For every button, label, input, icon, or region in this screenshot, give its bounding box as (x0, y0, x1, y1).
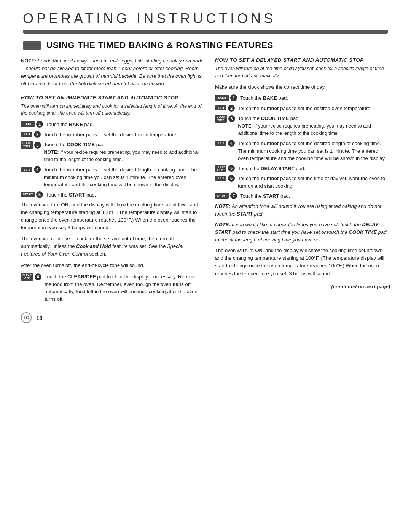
right-step-1: BAKE 1 Touch the BAKE pad. (215, 94, 390, 102)
section-heading-bar-icon (23, 41, 41, 50)
clear-off-key-icon: CLEAROff (21, 273, 33, 281)
start-key-icon: START (21, 192, 35, 198)
right-step-num-4: 4 (228, 140, 235, 147)
page-title: Operating Instructions (23, 11, 388, 27)
right-start-bold: START (263, 193, 279, 199)
right-step-4-key: 1 2 3 4 (215, 140, 235, 147)
right-column: How to Set a Delayed Start and Automatic… (215, 57, 390, 305)
bake-bold: BAKE (69, 121, 83, 127)
intro-note: NOTE: Foods that spoil easily—such as mi… (21, 57, 204, 88)
step-6-text: Touch the CLEAR/OFF pad to clear the dis… (45, 273, 204, 303)
right-step-7-key: START 7 (215, 192, 237, 199)
step-1-text: Touch the BAKE pad. (46, 121, 204, 128)
section-heading: Using the Timed Baking & Roasting Featur… (23, 40, 388, 50)
step-item-1: BAKE 1 Touch the BAKE pad. (21, 121, 204, 128)
step-4-text: Touch the number pads to set the desired… (44, 166, 204, 189)
right-step-num-1: 1 (230, 94, 237, 101)
body-para-1: The oven will turn ON, and the display w… (21, 201, 204, 232)
step-6-key: CLEAROff 6 (21, 273, 41, 281)
right-step-6: 1 2 3 6 Touch the number pads to set the… (215, 175, 390, 190)
right-note-2-text: If you would like to check the times you… (215, 222, 386, 243)
right-step-num-3: 3 (228, 115, 235, 122)
right-note-label-1: NOTE: (215, 203, 230, 209)
right-step-num-2: 2 (228, 105, 235, 112)
step-num-2: 2 (34, 131, 41, 138)
step-num-3: 3 (34, 142, 41, 149)
bake-key-icon: BAKE (21, 121, 35, 127)
right-bake-bold: BAKE (263, 95, 277, 101)
page-number: 18 (36, 315, 43, 321)
right-step-5-key: DELAYSTART 5 (215, 165, 235, 172)
on-bold-1: ON (61, 202, 69, 208)
continued-text: (continued on next page) (215, 284, 390, 289)
step-list-6: CLEAROff 6 Touch the CLEAR/OFF pad to cl… (21, 273, 204, 303)
right-note-label-2: NOTE: (215, 222, 230, 227)
right-step-6-key: 1 2 3 6 (215, 175, 235, 182)
note-label: NOTE: (21, 58, 36, 64)
step-2-text: Touch the number pads to set the desired… (44, 131, 204, 139)
cook-hold-bold: Cook and Hold (76, 243, 111, 249)
immediate-steps-1-3: BAKE 1 Touch the BAKE pad. 1 2 3 2 Touch… (21, 121, 204, 198)
right-step-3-text: Touch the COOK TIME pad. NOTE: If your r… (238, 115, 390, 137)
page-header: Operating Instructions (0, 0, 411, 34)
cook-time-key-icon: COOKTIME (21, 141, 33, 149)
main-content: NOTE: Foods that spoil easily—such as mi… (0, 57, 411, 305)
numbers-key-icon-4: 1 2 3 (21, 167, 32, 172)
right-number-bold-2: number (261, 105, 279, 111)
right-note-label-3: NOTE: (238, 123, 253, 129)
right-step-3: COOKTIME 3 Touch the COOK TIME pad. NOTE… (215, 115, 390, 137)
body-para-3: After the oven turns off, the end-of-cyc… (21, 262, 204, 269)
right-step-5-text: Touch the DELAY START pad. (238, 165, 390, 173)
right-body-para: The oven will turn ON, and the display w… (215, 247, 390, 278)
right-note-1-text: An attention tone will sound if you are … (215, 203, 381, 217)
right-cook-time-bold: COOK TIME (261, 115, 289, 121)
step-1-key: BAKE 1 (21, 121, 43, 128)
clear-off-bold: CLEAR/OFF (67, 274, 96, 280)
right-numbers-key-6: 1 2 3 (215, 176, 226, 181)
note-label-3: NOTE: (44, 150, 59, 155)
right-start-key-icon: START (215, 193, 229, 199)
step-item-3: COOKTIME 3 Touch the COOK TIME pad. NOTE… (21, 141, 204, 163)
right-step-2-key: 1 2 3 2 (215, 105, 235, 112)
right-step-4: 1 2 3 4 Touch the number pads to set the… (215, 140, 390, 162)
header-bar (23, 30, 388, 34)
right-step-3-key: COOKTIME 3 (215, 115, 235, 123)
right-step-3-note: NOTE: If your recipe requires preheating… (238, 123, 371, 136)
step-item-6: CLEAROff 6 Touch the CLEAR/OFF pad to cl… (21, 273, 204, 303)
step-4-key: 1 2 3 4 (21, 166, 41, 173)
step-3-text: Touch the COOK TIME pad. NOTE: If your r… (44, 141, 204, 163)
left-column: NOTE: Foods that spoil easily—such as mi… (21, 57, 204, 305)
right-numbers-key-2: 1 2 3 (215, 105, 226, 110)
right-step-1-key: BAKE 1 (215, 94, 237, 101)
right-bake-key-icon: BAKE (215, 95, 229, 101)
step-item-4: 1 2 3 4 Touch the number pads to set the… (21, 166, 204, 189)
page-footer: LG 18 (0, 305, 411, 327)
delay-start-key-icon: DELAYSTART (215, 165, 226, 172)
body-para-2: The oven will continue to cook for the s… (21, 235, 204, 258)
cook-time-bold: COOK TIME (67, 142, 95, 147)
step-num-1: 1 (36, 121, 43, 128)
delayed-start-heading: How to Set a Delayed Start and Automatic… (215, 57, 390, 63)
cook-time-bold-2: COOK TIME (349, 229, 377, 235)
step-item-2: 1 2 3 2 Touch the number pads to set the… (21, 131, 204, 139)
right-step-num-5: 5 (228, 165, 235, 172)
step-num-5: 5 (36, 191, 43, 198)
numbers-key-icon: 1 2 3 (21, 132, 32, 137)
right-step-num-6: 6 (228, 175, 235, 182)
delay-start-bold: DELAY START (261, 166, 295, 171)
step-num-6: 6 (35, 273, 41, 280)
step-2-key: 1 2 3 2 (21, 131, 41, 138)
start-pad-bold: START (237, 211, 253, 217)
right-note-2: NOTE: If you would like to check the tim… (215, 221, 390, 244)
right-step-4-text: Touch the number pads to set the desired… (238, 140, 390, 162)
right-step-2: 1 2 3 2 Touch the number pads to set the… (215, 105, 390, 112)
right-step-list: BAKE 1 Touch the BAKE pad. 1 2 3 2 Touch… (215, 94, 390, 200)
step-num-4: 4 (34, 166, 41, 173)
make-sure-text: Make sure the clock shows the correct ti… (215, 83, 390, 91)
step-3-note: NOTE: If your recipe requires preheating… (44, 150, 199, 163)
lg-logo: LG (21, 312, 32, 323)
right-step-7-text: Touch the START pad. (240, 192, 390, 200)
step-item-5: START 5 Touch the START pad. (21, 191, 204, 199)
note-body: Foods that spoil easily—such as milk, eg… (21, 58, 202, 86)
right-step-1-text: Touch the BAKE pad. (240, 94, 390, 102)
